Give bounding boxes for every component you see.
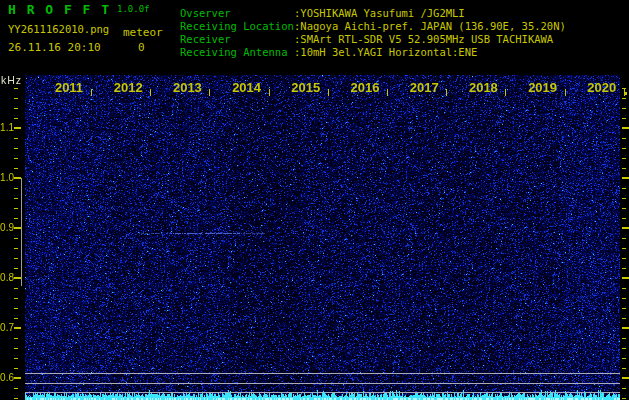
datetime-label: 26.11.16 20:10 (8, 41, 101, 54)
y-minor-tick-left (14, 158, 18, 159)
y-axis-tick-label: 0.7 (0, 322, 14, 333)
hrofft-window: H R O F F T 1.0.0f YY2611162010.png mete… (0, 0, 629, 400)
y-major-tick-right (622, 377, 629, 379)
y-minor-tick-right (622, 318, 626, 319)
y-minor-tick-left (14, 168, 18, 169)
y-minor-tick-right (622, 248, 626, 249)
y-axis-tick-label: 0.6 (0, 372, 14, 383)
y-minor-tick-left (14, 218, 18, 219)
y-minor-tick-right (622, 258, 626, 259)
y-major-tick-left (14, 327, 21, 329)
y-minor-tick-left (14, 288, 18, 289)
y-major-tick-right (622, 127, 629, 129)
y-minor-tick-left (14, 148, 18, 149)
info-value: :SMArt RTL-SDR V5 52.905MHz USB TACHIKAW… (294, 33, 553, 45)
info-row: Receiver:SMArt RTL-SDR V5 52.905MHz USB … (180, 33, 566, 46)
y-minor-tick-left (14, 368, 18, 369)
info-row: Ovserver:YOSHIKAWA Yasufumi /JG2MLI (180, 7, 566, 20)
receiver-info: Ovserver:YOSHIKAWA Yasufumi /JG2MLIRecei… (180, 7, 566, 59)
y-minor-tick-right (622, 188, 626, 189)
y-minor-tick-right (622, 398, 626, 399)
y-minor-tick-left (14, 188, 18, 189)
y-minor-tick-left (14, 208, 18, 209)
frequency-marker-bar (21, 178, 22, 286)
y-minor-tick-left (14, 98, 18, 99)
y-minor-tick-right (622, 268, 626, 269)
y-major-tick-left (14, 177, 21, 179)
y-axis-tick-label: 1.0 (0, 172, 14, 183)
y-minor-tick-left (14, 338, 18, 339)
y-major-tick-right (622, 277, 629, 279)
meteor-count: 0 (138, 41, 145, 54)
info-label: Receiving Location (180, 20, 294, 33)
y-minor-tick-right (622, 88, 626, 89)
y-minor-tick-right (622, 288, 626, 289)
y-minor-tick-right (622, 298, 626, 299)
y-minor-tick-right (622, 148, 626, 149)
y-major-tick-right (622, 227, 629, 229)
y-minor-tick-left (14, 138, 18, 139)
y-minor-tick-left (14, 108, 18, 109)
y-minor-tick-right (622, 238, 626, 239)
x-edge-tick (625, 92, 627, 95)
y-minor-tick-right (622, 98, 626, 99)
y-axis-tick-label: 0.9 (0, 222, 14, 233)
y-major-tick-left (14, 227, 21, 229)
info-label: Receiving Antenna (180, 46, 294, 59)
y-major-tick-left (14, 377, 21, 379)
y-minor-tick-right (622, 308, 626, 309)
y-minor-tick-right (622, 138, 626, 139)
y-minor-tick-right (622, 108, 626, 109)
y-minor-tick-left (14, 348, 18, 349)
y-minor-tick-right (622, 218, 626, 219)
y-axis-unit-label: kHz (1, 74, 22, 86)
y-minor-tick-left (14, 118, 18, 119)
y-minor-tick-left (14, 298, 18, 299)
mode-label: meteor (123, 26, 163, 39)
y-minor-tick-right (622, 348, 626, 349)
y-minor-tick-left (14, 88, 18, 89)
app-title: H R O F F T (8, 2, 111, 17)
info-row: Receiving Location:Nagoya Aichi-pref. JA… (180, 20, 566, 33)
y-minor-tick-right (622, 388, 626, 389)
y-minor-tick-right (622, 168, 626, 169)
y-minor-tick-left (14, 248, 18, 249)
y-minor-tick-right (622, 198, 626, 199)
y-minor-tick-right (622, 368, 626, 369)
y-minor-tick-left (14, 318, 18, 319)
y-minor-tick-left (14, 388, 18, 389)
spectrogram-canvas (25, 75, 620, 400)
info-value: :10mH 3el.YAGI Horizontal:ENE (294, 46, 477, 58)
output-filename: YY2611162010.png (8, 23, 109, 35)
info-value: :Nagoya Aichi-pref. JAPAN (136.90E, 35.2… (294, 20, 566, 32)
y-axis-tick-label: 1.1 (0, 122, 14, 133)
y-minor-tick-right (622, 338, 626, 339)
y-minor-tick-right (622, 158, 626, 159)
x-minute-tick (624, 89, 625, 96)
y-minor-tick-left (14, 198, 18, 199)
y-major-tick-left (14, 277, 21, 279)
app-version: 1.0.0f (117, 4, 150, 14)
y-minor-tick-left (14, 398, 18, 399)
y-major-tick-right (622, 327, 629, 329)
y-minor-tick-left (14, 308, 18, 309)
y-minor-tick-left (14, 358, 18, 359)
y-minor-tick-left (14, 268, 18, 269)
info-row: Receiving Antenna:10mH 3el.YAGI Horizont… (180, 46, 566, 59)
y-major-tick-right (622, 177, 629, 179)
y-minor-tick-right (622, 208, 626, 209)
y-minor-tick-left (14, 238, 18, 239)
info-label: Receiver (180, 33, 294, 46)
y-minor-tick-right (622, 358, 626, 359)
y-minor-tick-left (14, 258, 18, 259)
y-axis-tick-label: 0.8 (0, 272, 14, 283)
info-label: Ovserver (180, 7, 294, 20)
y-major-tick-left (14, 127, 21, 129)
info-value: :YOSHIKAWA Yasufumi /JG2MLI (294, 7, 465, 19)
y-minor-tick-right (622, 118, 626, 119)
